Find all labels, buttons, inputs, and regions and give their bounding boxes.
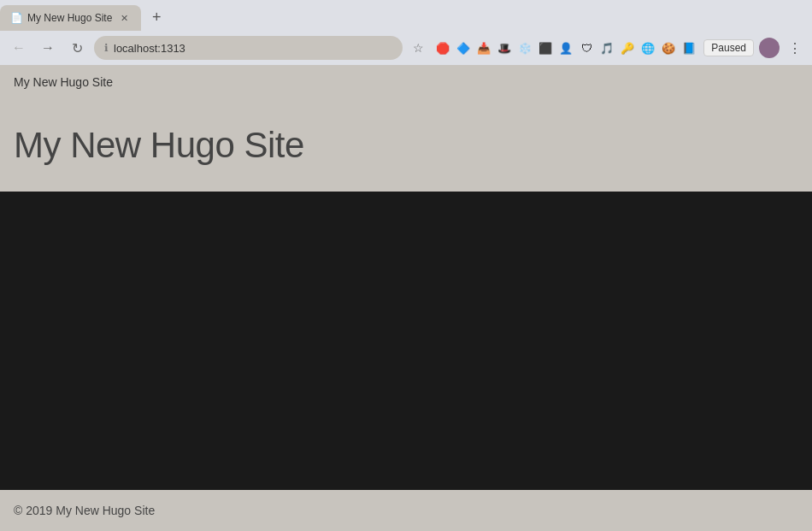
lock-icon: ℹ <box>104 42 109 54</box>
extensions-area: 🛑 🔷 📥 🎩 ❄️ ⬛ 👤 🛡 🎵 🔑 🌐 🍪 📘 <box>433 38 698 57</box>
ext-7-icon[interactable]: 🛡 <box>577 38 596 57</box>
site-nav-title: My New Hugo Site <box>14 75 798 89</box>
ext-11-icon[interactable]: 🍪 <box>659 38 678 57</box>
new-tab-button[interactable]: + <box>144 5 168 29</box>
paused-label: Paused <box>711 42 746 54</box>
ext-3-icon[interactable]: 🎩 <box>495 38 514 57</box>
url-display: localhost:1313 <box>114 42 392 55</box>
footer-text: © 2019 My New Hugo Site <box>14 504 155 517</box>
tab-title: My New Hugo Site <box>27 12 112 24</box>
ext-6-icon[interactable]: 👤 <box>556 38 575 57</box>
ext-4-icon[interactable]: ❄️ <box>515 38 534 57</box>
forward-button[interactable]: → <box>36 36 60 60</box>
tab-favicon-icon: 📄 <box>10 12 22 24</box>
browser-menu-button[interactable]: ⋮ <box>785 38 805 58</box>
ext-adblock-icon[interactable]: 🛑 <box>433 38 452 57</box>
refresh-button[interactable]: ↻ <box>65 36 89 60</box>
site-main-content <box>0 192 812 490</box>
ext-10-icon[interactable]: 🌐 <box>638 38 657 57</box>
ext-1-icon[interactable]: 🔷 <box>454 38 473 57</box>
bookmark-star-button[interactable]: ☆ <box>408 38 428 58</box>
paused-button[interactable]: Paused <box>703 39 754 56</box>
tab-close-button[interactable]: ✕ <box>117 11 131 25</box>
ext-9-icon[interactable]: 🔑 <box>618 38 637 57</box>
address-bar-input[interactable]: ℹ localhost:1313 <box>94 36 403 60</box>
user-avatar[interactable] <box>759 38 780 58</box>
back-button[interactable]: ← <box>7 36 31 60</box>
site-footer: © 2019 My New Hugo Site <box>0 490 812 531</box>
site-hero: My New Hugo Site <box>0 99 812 192</box>
site-hero-title: My New Hugo Site <box>14 125 798 166</box>
ext-8-icon[interactable]: 🎵 <box>597 38 616 57</box>
site-header: My New Hugo Site <box>0 65 812 99</box>
ext-5-icon[interactable]: ⬛ <box>536 38 555 57</box>
ext-2-icon[interactable]: 📥 <box>474 38 493 57</box>
address-bar: ← → ↻ ℹ localhost:1313 ☆ 🛑 🔷 📥 🎩 ❄️ ⬛ 👤 … <box>0 31 812 65</box>
tab-bar: 📄 My New Hugo Site ✕ + <box>0 0 812 31</box>
ext-12-icon[interactable]: 📘 <box>680 38 698 57</box>
page-content: My New Hugo Site My New Hugo Site © 2019… <box>0 65 812 531</box>
browser-chrome: 📄 My New Hugo Site ✕ + ← → ↻ ℹ localhost… <box>0 0 812 65</box>
active-tab[interactable]: 📄 My New Hugo Site ✕ <box>0 5 141 31</box>
